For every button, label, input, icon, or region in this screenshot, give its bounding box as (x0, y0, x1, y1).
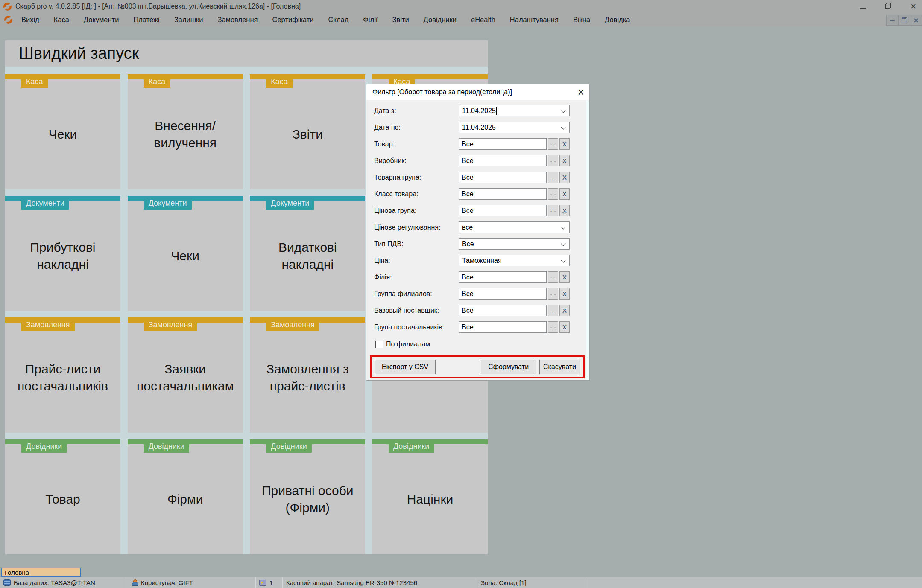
dialog-title: Фильтр [Оборот товара за период(столица)… (372, 88, 578, 96)
menu-item-dovidka[interactable]: Довідка (605, 16, 630, 24)
cancel-button[interactable]: Скасувати (539, 360, 580, 374)
lookup-more-button[interactable]: … (548, 205, 558, 216)
export-csv-button[interactable]: Експорт у CSV (375, 360, 436, 374)
menu-item-nalashtuvannya[interactable]: Налаштування (510, 16, 559, 24)
tovar-input[interactable]: Все (459, 138, 547, 150)
klass-tovara-input[interactable]: Все (459, 188, 547, 200)
lookup-more-button[interactable]: … (548, 321, 558, 333)
price-combobox[interactable]: Таможенная (459, 255, 570, 266)
chevron-down-icon[interactable] (561, 258, 565, 262)
tile-tovar[interactable]: ДовідникиТовар (5, 439, 120, 554)
chevron-down-icon[interactable] (561, 125, 565, 129)
tile-natsinky[interactable]: ДовідникиНацінки (372, 439, 488, 554)
lookup-more-button[interactable]: … (548, 155, 558, 166)
field-value: Все (462, 307, 474, 314)
window-controls: × (860, 0, 916, 13)
field-label: Базовый поставщик: (374, 307, 459, 314)
tile-label: Націнки (372, 444, 488, 554)
lookup-clear-button[interactable]: X (559, 155, 570, 166)
mdi-restore-button[interactable] (898, 15, 910, 26)
tsinova-hrupa-input[interactable]: Все (459, 205, 547, 216)
menu-item-dokumenty[interactable]: Документи (84, 16, 119, 24)
status-user: Користувач: GIFT (126, 577, 256, 588)
field-label: Тип ПДВ: (374, 240, 459, 248)
menu-item-zamovlennya[interactable]: Замовлення (217, 16, 258, 24)
field-row-date-from: Дата з: 11.04.2025 (366, 102, 586, 119)
field-row-tovar: Товар: Все…X (366, 136, 586, 152)
lookup-more-button[interactable]: … (548, 138, 558, 150)
field-row-tsina: Ціна: Таможенная (366, 252, 586, 269)
lookup-more-button[interactable]: … (548, 305, 558, 316)
lookup-clear-button[interactable]: X (559, 321, 570, 333)
price-regulation-combobox[interactable]: все (459, 221, 570, 233)
field-row-tovarna-hrupa: Товарна група: Все…X (366, 169, 586, 186)
lookup-clear-button[interactable]: X (559, 138, 570, 150)
tile-firmy[interactable]: ДовідникиФірми (128, 439, 243, 554)
menu-item-zvity[interactable]: Звіти (392, 16, 409, 24)
mdi-window-controls: × (886, 15, 922, 26)
lookup-clear-button[interactable]: X (559, 271, 570, 283)
by-branches-checkbox[interactable] (375, 341, 383, 348)
lookup-more-button[interactable]: … (548, 288, 558, 300)
tile-vnesennia-vyluchennia[interactable]: КасаВнесення/вилучення (128, 74, 243, 189)
by-branches-checkbox-row[interactable]: По филиалам (375, 338, 586, 351)
dialog-close-icon[interactable]: × (578, 87, 584, 98)
lookup-more-button[interactable]: … (548, 271, 558, 283)
field-value: Все (462, 174, 474, 181)
mdi-minimize-button[interactable] (886, 15, 898, 26)
vyrobnyk-input[interactable]: Все (459, 155, 547, 166)
tile-cheky-dokumenty[interactable]: ДокументиЧеки (128, 196, 243, 311)
menu-item-ehealth[interactable]: eHealth (471, 16, 495, 24)
menu-item-zalyshky[interactable]: Залишки (174, 16, 203, 24)
date-from-combobox[interactable]: 11.04.2025 (459, 105, 570, 116)
field-row-klass-tovara: Класс товара: Все…X (366, 186, 586, 202)
chevron-down-icon[interactable] (561, 224, 565, 229)
menu-item-sklad[interactable]: Склад (328, 16, 349, 24)
lookup-clear-button[interactable]: X (559, 188, 570, 200)
menu-item-vikna[interactable]: Вікна (573, 16, 590, 24)
filiia-input[interactable]: Все (459, 271, 547, 283)
tile-zaiavky-postachalnykam[interactable]: ЗамовленняЗаявки постачальникам (128, 317, 243, 433)
checkbox-label: По филиалам (386, 341, 430, 348)
tile-vydatkovi-nakladni[interactable]: ДокументиВидаткові накладні (250, 196, 365, 311)
close-button[interactable]: × (910, 2, 916, 11)
menu-item-platezhi[interactable]: Платежі (133, 16, 159, 24)
tile-zamovlennia-z-prais-lystiv[interactable]: ЗамовленняЗамовлення з прайс-листів (250, 317, 365, 433)
lookup-clear-button[interactable]: X (559, 288, 570, 300)
field-row-date-to: Дата по: 11.04.2025 (366, 119, 586, 136)
lookup-clear-button[interactable]: X (559, 305, 570, 316)
menu-item-dovidnyky[interactable]: Довідники (424, 16, 457, 24)
dialog-title-bar: Фильтр [Оборот товара за период(столица)… (366, 84, 589, 100)
lookup-clear-button[interactable]: X (559, 205, 570, 216)
generate-button[interactable]: Сформувати (481, 360, 536, 374)
menu-bar: Вихід Каса Документи Платежі Залишки Зам… (0, 13, 922, 26)
lookup-more-button[interactable]: … (548, 188, 558, 200)
chevron-down-icon[interactable] (561, 241, 565, 246)
supplier-group-input[interactable]: Все (459, 321, 547, 333)
date-to-combobox[interactable]: 11.04.2025 (459, 122, 570, 133)
vat-type-combobox[interactable]: Все (459, 238, 570, 250)
lookup-more-button[interactable]: … (548, 172, 558, 183)
menu-item-kasa[interactable]: Каса (54, 16, 69, 24)
lookup-clear-button[interactable]: X (559, 172, 570, 183)
tile-label: Товар (5, 444, 120, 554)
menu-item-vykhid[interactable]: Вихід (21, 16, 39, 24)
field-value: Все (462, 157, 474, 165)
branch-group-input[interactable]: Все (459, 288, 547, 300)
tile-pryvatni-osoby[interactable]: ДовідникиПриватні особи (Фірми) (250, 439, 365, 554)
mdi-close-button[interactable]: × (910, 15, 922, 26)
tile-cheky-kasa[interactable]: КасаЧеки (5, 74, 120, 189)
field-value: Таможенная (462, 257, 502, 265)
tab-holovna[interactable]: Головна (1, 568, 81, 577)
restore-button[interactable] (885, 3, 891, 10)
chevron-down-icon[interactable] (561, 108, 565, 113)
base-supplier-input[interactable]: Все (459, 305, 547, 316)
tile-prais-lysty-postachalnykiv[interactable]: ЗамовленняПрайс-листи постачальників (5, 317, 120, 433)
tile-zvity[interactable]: КасаЗвіти (250, 74, 365, 189)
menu-item-filii[interactable]: Філії (363, 16, 378, 24)
minimize-button[interactable] (860, 3, 866, 10)
menu-item-sertyfikaty[interactable]: Сертифікати (272, 16, 313, 24)
tovarna-hrupa-input[interactable]: Все (459, 172, 547, 183)
tile-prybutkovi-nakladni[interactable]: ДокументиПрибуткові накладні (5, 196, 120, 311)
field-label: Товар: (374, 140, 459, 148)
